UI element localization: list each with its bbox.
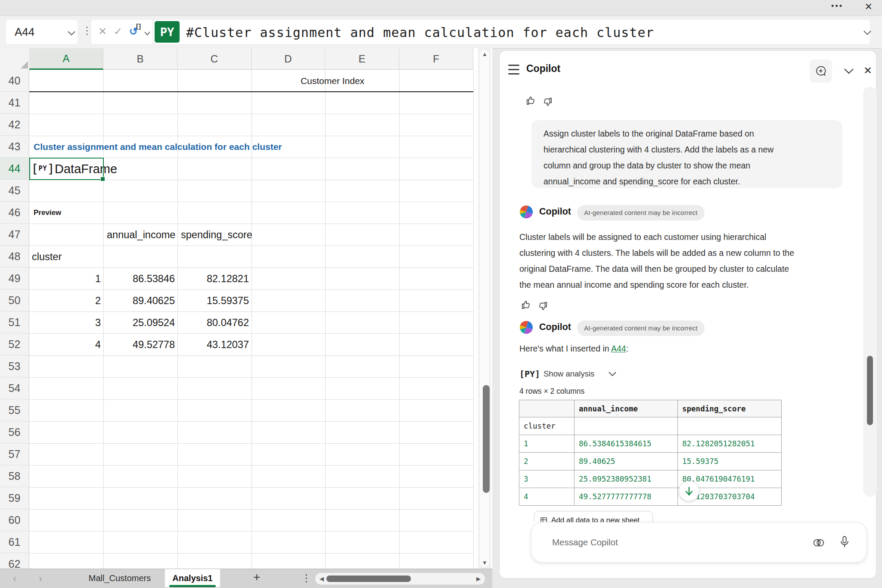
row-header-50[interactable]: 50 <box>0 289 29 311</box>
cell-c51[interactable]: 80.04762 <box>177 317 249 328</box>
cell-preview-label[interactable]: Preview <box>34 208 61 217</box>
scroll-down-icon[interactable]: ▼ <box>482 560 488 566</box>
sheet-tab-analysis1[interactable]: Analysis1 <box>165 569 220 587</box>
sheet-tab-mall-customers[interactable]: Mall_Customers <box>77 569 163 587</box>
window-close-icon[interactable]: ✕ <box>865 1 873 12</box>
row-header-55[interactable]: 55 <box>0 399 29 421</box>
horizontal-scrollbar[interactable]: ◀ ▶ <box>315 573 485 585</box>
cell-c50[interactable]: 15.59375 <box>177 295 249 306</box>
copilot-logo-icon <box>519 204 534 221</box>
copilot-menu-icon[interactable] <box>508 65 519 78</box>
show-analysis-toggle[interactable]: Show analysis <box>543 369 594 379</box>
thumbs-up-icon[interactable] <box>525 95 537 107</box>
cancel-entry-icon[interactable]: ✕ <box>98 25 107 37</box>
row-header-48[interactable]: 48 <box>0 246 29 268</box>
confirm-entry-icon[interactable]: ✓ <box>114 25 122 37</box>
copilot-message-input[interactable]: Message Copilot <box>531 522 867 563</box>
cell-a48-cluster[interactable]: cluster <box>32 251 62 262</box>
cell-b47-annual-income[interactable]: annual_income <box>107 229 176 240</box>
formula-input[interactable]: PY #Cluster assignment and mean calculat… <box>153 20 870 44</box>
column-header-F[interactable]: F <box>399 48 473 70</box>
sheet-options-icon[interactable]: ⋮ <box>301 572 311 584</box>
thumbs-down-icon[interactable] <box>537 300 549 312</box>
cell-c52[interactable]: 43.12037 <box>177 339 249 350</box>
cell-a50[interactable]: 2 <box>29 295 101 306</box>
name-box[interactable]: A44 <box>6 20 78 44</box>
row-header-61[interactable]: 61 <box>0 531 29 553</box>
scroll-right-icon[interactable]: ▶ <box>476 576 481 582</box>
row-header-58[interactable]: 58 <box>0 465 29 487</box>
copilot-close-icon[interactable]: ✕ <box>863 65 872 77</box>
result-table: annual_incomespending_scorecluster186.53… <box>519 400 782 506</box>
sheet-nav-back-icon[interactable]: ‹ <box>13 572 16 585</box>
show-analysis-chevron-icon[interactable] <box>608 371 617 377</box>
think-deeper-brain-icon[interactable] <box>812 536 825 549</box>
cell-b51[interactable]: 25.09524 <box>103 317 175 328</box>
cell-b50[interactable]: 89.40625 <box>103 295 175 306</box>
row-header-53[interactable]: 53 <box>0 355 29 377</box>
cell-customer-index[interactable]: Customer Index <box>252 76 413 86</box>
more-options-icon[interactable]: ••• <box>831 2 843 11</box>
cell-cluster-heading[interactable]: Cluster assignment and mean calculation … <box>34 142 282 152</box>
row-header-46[interactable]: 46 <box>0 202 29 224</box>
column-header-C[interactable]: C <box>177 48 252 70</box>
vertical-scrollbar-thumb[interactable] <box>483 385 490 493</box>
row-header-56[interactable]: 56 <box>0 421 29 443</box>
thumbs-down-icon[interactable] <box>542 96 554 108</box>
row-header-43[interactable]: 43 <box>0 136 29 158</box>
row-header-60[interactable]: 60 <box>0 509 29 531</box>
vertical-scrollbar[interactable]: ▲ ▼ <box>478 48 491 569</box>
result-table-cell: 89.40625 <box>575 453 678 470</box>
cell-a52[interactable]: 4 <box>29 339 101 350</box>
panel-collapse-chevron-icon[interactable] <box>843 67 854 75</box>
cell-a51[interactable]: 3 <box>29 317 101 328</box>
insert-sheet-icon <box>540 517 547 523</box>
copilot-scrollbar-track[interactable] <box>863 87 877 497</box>
row-header-42[interactable]: 42 <box>0 114 29 136</box>
cell-b52[interactable]: 49.52778 <box>103 339 175 350</box>
row-header-44[interactable]: 44 <box>0 158 29 180</box>
fill-handle[interactable] <box>100 177 105 181</box>
row-header-47[interactable]: 47 <box>0 224 29 246</box>
gridline <box>29 333 473 334</box>
row-header-54[interactable]: 54 <box>0 377 29 399</box>
formula-expand-chevron-icon[interactable] <box>863 30 872 36</box>
cell-a49[interactable]: 1 <box>29 273 101 284</box>
vertical-scrollbar-track[interactable]: ▲ ▼ <box>480 50 489 567</box>
horizontal-scrollbar-thumb[interactable] <box>326 576 411 582</box>
row-header-62[interactable]: 62 <box>0 553 29 569</box>
cell-c47-spending-score[interactable]: spending_score <box>181 229 252 240</box>
scroll-up-icon[interactable]: ▲ <box>482 51 488 57</box>
cell-c49[interactable]: 82.12821 <box>177 273 249 284</box>
select-all-corner[interactable] <box>0 48 30 70</box>
scroll-to-latest-button[interactable] <box>679 481 699 501</box>
spreadsheet-grid[interactable]: ABCDEF 404142434445464748495051525354555… <box>0 48 492 569</box>
row-header-41[interactable]: 41 <box>0 92 29 114</box>
row-header-51[interactable]: 51 <box>0 311 29 333</box>
cell-b49[interactable]: 86.53846 <box>103 273 175 284</box>
result-table-cell: 4 <box>519 488 575 506</box>
row-header-40[interactable]: 40 <box>0 70 29 92</box>
row-header-59[interactable]: 59 <box>0 487 29 509</box>
column-header-E[interactable]: E <box>325 48 399 70</box>
copilot-scrollbar-thumb[interactable] <box>867 356 873 425</box>
row-header-52[interactable]: 52 <box>0 333 29 355</box>
sheet-nav-forward-icon[interactable]: › <box>39 572 42 585</box>
name-box-chevron-icon[interactable] <box>67 30 76 36</box>
row-header-49[interactable]: 49 <box>0 268 29 289</box>
new-chat-button[interactable] <box>810 59 832 83</box>
scroll-left-icon[interactable]: ◀ <box>320 576 324 582</box>
row-header-57[interactable]: 57 <box>0 443 29 465</box>
suggestion-chip-clipped[interactable]: Add all data to a new sheet <box>534 511 655 522</box>
row-header-45[interactable]: 45 <box>0 180 29 202</box>
column-header-D[interactable]: D <box>252 48 325 70</box>
cell-reference-link[interactable]: A44 <box>611 344 626 353</box>
thumbs-up-icon[interactable] <box>520 299 532 311</box>
column-header-B[interactable]: B <box>103 48 177 70</box>
column-header-A[interactable]: A <box>29 48 103 70</box>
python-insert-chevron-icon[interactable] <box>144 31 151 36</box>
add-sheet-button[interactable]: + <box>253 570 260 584</box>
formula-text[interactable]: #Cluster assignment and mean calculation… <box>186 25 654 40</box>
microphone-icon[interactable] <box>838 535 851 549</box>
select-all-triangle-icon <box>21 61 28 68</box>
